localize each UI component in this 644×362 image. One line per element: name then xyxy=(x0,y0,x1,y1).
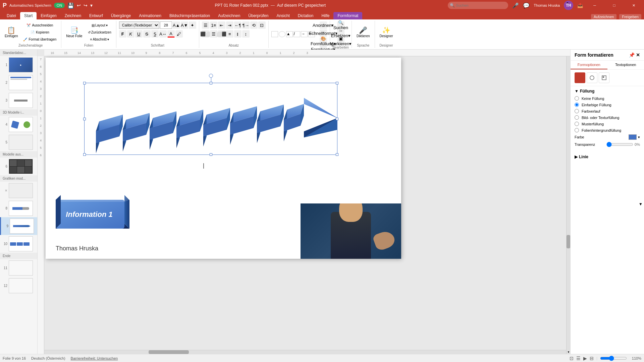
font-increase-btn[interactable]: A▲ xyxy=(173,21,180,29)
format-btn[interactable]: 🖌️ Format übertragen xyxy=(21,36,58,43)
dictation-icon[interactable]: 🎤 xyxy=(512,2,519,9)
kopieren-btn[interactable]: 📄 Kopieren xyxy=(21,29,58,36)
text-direction-btn[interactable]: ⟲ xyxy=(250,21,258,29)
slide-5[interactable]: 5 xyxy=(0,133,37,151)
scroll-down-btn[interactable]: ▼ xyxy=(567,350,570,354)
tab-uebergaenge[interactable]: Übergänge xyxy=(107,12,135,19)
align-right-btn[interactable]: ⬜⬛ xyxy=(218,30,225,38)
bullet-list-btn[interactable]: ☰ xyxy=(202,21,209,29)
tab-zeichnen[interactable]: Zeichnen xyxy=(61,12,85,19)
ersetzen-btn[interactable]: ↔ Ersetzen▾ xyxy=(337,29,344,37)
underline-btn[interactable]: U xyxy=(135,30,143,38)
zoom-slider[interactable] xyxy=(600,356,627,361)
fill-option-none[interactable]: Keine Füllung xyxy=(575,96,640,101)
shape-arrow[interactable]: → xyxy=(301,31,308,37)
scrollbar-thumb[interactable] xyxy=(567,235,570,248)
vertical-scrollbar[interactable]: ▼ xyxy=(566,56,570,354)
aufzeichnen-btn[interactable]: Aufzeichnen xyxy=(591,14,617,19)
ltr-btn[interactable]: ¶→ xyxy=(242,21,250,29)
highlight-btn[interactable]: 🖊 xyxy=(175,30,183,38)
diktieren-btn[interactable]: 🎤 Diktieren xyxy=(355,25,372,39)
linie-header[interactable]: ▶ Linie xyxy=(575,155,640,159)
font-name-select[interactable]: Calibri (Textkörper) xyxy=(119,21,159,29)
slide-6[interactable]: 6 xyxy=(0,158,37,175)
h-scrollbar-thumb[interactable] xyxy=(149,350,189,354)
font-size-input[interactable] xyxy=(160,21,172,29)
increase-indent-btn[interactable]: ⇥ xyxy=(226,21,233,29)
slide-11[interactable]: 11 xyxy=(0,259,37,277)
layout-btn[interactable]: ▤ Layout ▾ xyxy=(86,22,113,28)
slide-10[interactable]: 10 xyxy=(0,235,37,253)
maximize-button[interactable]: □ xyxy=(606,0,622,11)
fill-option-solid[interactable]: Einfarbige Füllung xyxy=(575,103,640,107)
font-color-btn[interactable]: A xyxy=(167,30,175,38)
view-presenter-icon[interactable]: ⊟ xyxy=(590,356,594,361)
sidebar-scroll-down[interactable]: ▼ xyxy=(639,202,643,206)
toolbar-save[interactable]: 💾 xyxy=(67,2,74,9)
fill-option-pattern[interactable]: Musterfüllung xyxy=(575,122,640,126)
strike-btn[interactable]: S xyxy=(143,30,151,38)
toolbar-undo[interactable]: ↩ xyxy=(77,3,81,8)
transparenz-slider[interactable] xyxy=(606,142,633,147)
autosave-toggle[interactable]: ON xyxy=(54,3,65,8)
shape-triangle[interactable]: ▲ xyxy=(286,31,293,37)
smartart-btn[interactable]: ⊡ xyxy=(258,21,266,29)
ausschneiden-btn[interactable]: ✂️ Ausschneiden xyxy=(21,22,58,28)
info-button[interactable]: Information 1 xyxy=(56,185,129,232)
sidebar-tab-formoptionen[interactable]: Formoptionen xyxy=(571,61,607,69)
italic-btn[interactable]: K xyxy=(127,30,135,38)
suchen-btn[interactable]: 🔍 Suchen xyxy=(337,21,344,29)
toolbar-redo[interactable]: ↪ xyxy=(84,3,88,8)
char-spacing-btn[interactable]: A↔ xyxy=(159,30,167,38)
align-left-btn[interactable]: ⬛⬜ xyxy=(202,30,209,38)
decrease-indent-btn[interactable]: ⇤ xyxy=(218,21,225,29)
tab-ueberpruefen[interactable]: Überprüfen xyxy=(244,12,272,19)
fill-option-gradient[interactable]: Farbverlauf xyxy=(575,109,640,113)
sidebar-icon-size[interactable] xyxy=(599,72,609,83)
markieren-btn[interactable]: ▣ Markieren▾ xyxy=(337,38,344,45)
tab-animationen[interactable]: Animationen xyxy=(135,12,165,19)
toolbar-more[interactable]: ▾ xyxy=(90,3,93,8)
einfuegen-btn[interactable]: 📋 Einfügen xyxy=(3,25,20,39)
slide-8[interactable]: 8 xyxy=(0,199,37,217)
search-input[interactable] xyxy=(448,2,508,9)
slide-arrow-shape[interactable] xyxy=(86,84,337,155)
view-outline-icon[interactable]: ☰ xyxy=(576,356,581,361)
numbered-list-btn[interactable]: 1≡ xyxy=(210,21,217,29)
tab-ansicht[interactable]: Ansicht xyxy=(272,12,293,19)
tab-einfuegen[interactable]: Einfügen xyxy=(37,12,60,19)
clear-format-btn[interactable]: ✦ xyxy=(189,21,196,29)
tab-start[interactable]: Start xyxy=(20,12,37,19)
slide-3[interactable]: 3 xyxy=(0,92,37,109)
comments-icon[interactable]: 💬 xyxy=(523,2,530,9)
tab-bildschirm[interactable]: Bildschirmpräsentation xyxy=(165,12,214,19)
justify-btn[interactable]: ≡ xyxy=(226,30,233,38)
slide-canvas[interactable]: Information 1 Thomas Hruska xyxy=(46,58,401,259)
tab-dictation[interactable]: Dictation xyxy=(294,12,318,19)
slide-9[interactable]: 9 xyxy=(0,217,37,235)
arrange-btn[interactable]: Anordnen▾ xyxy=(320,21,327,29)
ribbon-collapse-btn[interactable]: ⌃ xyxy=(566,1,570,7)
share-icon[interactable]: 📤 xyxy=(577,3,583,8)
view-slideshow-icon[interactable]: ▶ xyxy=(583,356,587,361)
close-button[interactable]: ✕ xyxy=(626,0,641,11)
columns-btn[interactable]: ⫿ xyxy=(234,30,241,38)
abschnitt-btn[interactable]: ≡ Abschnitt ▾ xyxy=(86,36,113,43)
tab-datei[interactable]: Datei xyxy=(3,12,20,19)
tab-aufzeichnen[interactable]: Aufzeichnen xyxy=(214,12,244,19)
shape-ellipse[interactable] xyxy=(279,31,285,37)
rotation-handle[interactable] xyxy=(209,74,213,78)
tab-entwurf[interactable]: Entwurf xyxy=(85,12,107,19)
zoom-level[interactable]: 110% xyxy=(630,356,641,360)
fuellung-header[interactable]: ▼ Füllung xyxy=(575,89,640,94)
slide-12[interactable]: 12 xyxy=(0,277,37,295)
designer-btn[interactable]: ✨ Designer xyxy=(378,25,395,39)
horizontal-scrollbar[interactable] xyxy=(44,350,566,354)
shadow-btn[interactable]: S̲ xyxy=(151,30,159,38)
rtl-btn[interactable]: ←¶ xyxy=(234,21,241,29)
color-dropdown-icon[interactable]: ▾ xyxy=(638,135,640,139)
fill-option-texture[interactable]: Bild- oder Texturfüllung xyxy=(575,115,640,120)
shape-rect[interactable] xyxy=(271,31,278,37)
fill-option-background[interactable]: Folienhintergrundfüllung xyxy=(575,128,640,132)
accessibility-status[interactable]: Barrierefreiheit: Untersuchen xyxy=(71,356,118,360)
